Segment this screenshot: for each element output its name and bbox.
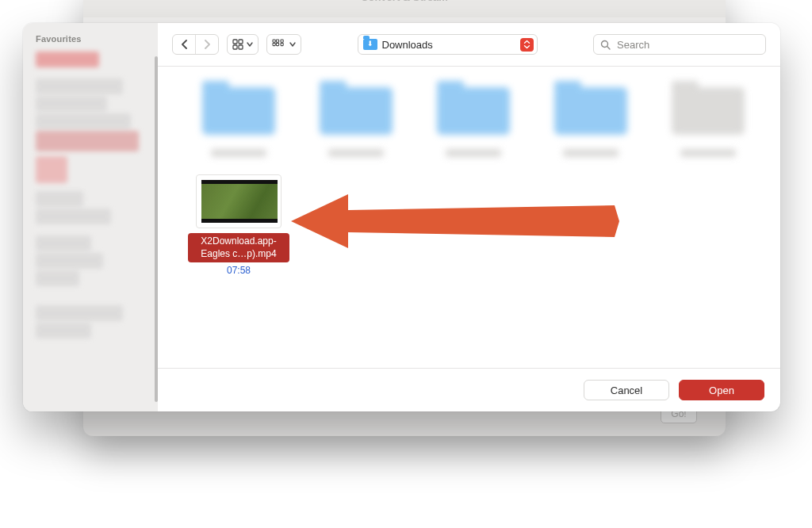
sidebar-item[interactable] [36,253,103,269]
folder-icon [554,87,627,135]
svg-rect-2 [233,45,237,49]
search-input[interactable] [615,38,759,52]
parent-window-title: Convert & Stream [83,0,726,17]
svg-rect-7 [276,43,278,45]
chevron-right-icon [204,40,211,49]
file-name-label: X2Download.app-Eagles c…p).mp4 [188,233,289,262]
file-duration-label: 07:58 [227,265,251,276]
toolbar: ⬇ Downloads [158,23,780,67]
chevron-down-icon [247,41,253,48]
sidebar: Favourites [23,23,158,411]
folder-item[interactable] [657,87,759,157]
sidebar-item[interactable] [36,131,139,151]
svg-rect-4 [273,40,275,42]
view-mode-button[interactable] [227,34,259,55]
group-mode-button[interactable] [266,34,301,55]
sidebar-item[interactable] [36,52,99,67]
grid-icon [232,39,243,50]
svg-rect-0 [233,40,237,44]
folder-icon [437,87,510,135]
chevron-left-icon [181,40,188,49]
search-icon [600,40,611,50]
sidebar-item[interactable] [36,323,91,339]
sidebar-item[interactable] [36,191,83,207]
file-icon [672,87,745,135]
folder-item[interactable] [305,87,407,157]
svg-rect-8 [281,40,283,42]
chevron-down-icon [289,41,296,48]
sidebar-item[interactable] [36,113,131,129]
svg-line-11 [607,46,610,48]
file-item-selected[interactable]: X2Download.app-Eagles c…p).mp4 07:58 [188,174,289,276]
file-open-dialog: Favourites [23,23,780,411]
open-button[interactable]: Open [679,380,764,400]
location-popup[interactable]: ⬇ Downloads [358,34,538,55]
location-label: Downloads [382,39,515,51]
cancel-button[interactable]: Cancel [584,380,669,400]
search-field[interactable] [593,34,766,55]
sidebar-item[interactable] [36,235,91,251]
sidebar-item[interactable] [36,156,67,183]
folder-item[interactable] [540,87,642,157]
sidebar-item[interactable] [36,209,111,224]
sidebar-item[interactable] [36,96,107,112]
folder-item[interactable] [188,87,289,157]
svg-rect-5 [276,40,278,42]
sidebar-item[interactable] [36,270,79,286]
folder-item[interactable] [423,87,524,157]
sidebar-item[interactable] [36,78,123,94]
svg-rect-6 [273,43,275,45]
file-grid: X2Download.app-Eagles c…p).mp4 07:58 [158,67,780,368]
folder-downloads-icon: ⬇ [363,39,377,50]
svg-rect-3 [239,45,243,49]
location-stepper-icon [520,38,534,52]
dialog-footer: Cancel Open [158,368,780,411]
folder-icon [202,87,275,135]
folder-icon [320,87,393,135]
svg-rect-1 [239,40,243,44]
nav-history [172,34,219,55]
forward-button[interactable] [196,35,218,54]
svg-rect-9 [281,43,283,45]
main-panel: ⬇ Downloads [158,23,780,411]
back-button[interactable] [173,35,195,54]
sidebar-heading: Favourites [36,34,158,44]
sidebar-item[interactable] [36,305,123,321]
video-thumbnail [196,174,282,228]
group-icon [272,39,286,50]
